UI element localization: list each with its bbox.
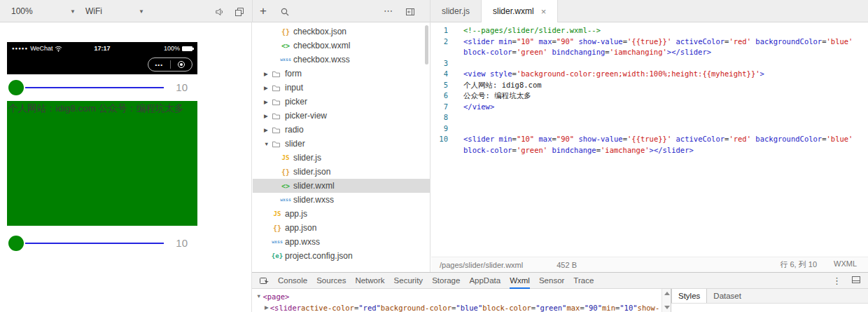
node-expand-icon[interactable]: ▶: [265, 302, 269, 312]
sidebar-tab-dataset[interactable]: Dataset: [707, 289, 748, 303]
code-token: 'blue': [827, 135, 853, 143]
folder-icon: [272, 70, 284, 78]
code-line[interactable]: 公众号: 编程坑太多: [455, 90, 868, 102]
cursor-position[interactable]: 行 6, 列 10: [780, 259, 817, 270]
file-label: input: [285, 83, 303, 93]
slider-track[interactable]: [25, 87, 164, 88]
tree-file-slider.wxml[interactable]: <>slider.wxml: [253, 179, 430, 193]
code-line[interactable]: [455, 112, 868, 123]
slider-track[interactable]: [25, 243, 164, 244]
tree-file-checkbox.json[interactable]: {}checkbox.json: [253, 25, 430, 39]
capsule-more-button[interactable]: •••: [148, 58, 170, 71]
scroll-down-icon[interactable]: [664, 306, 670, 309]
tree-folder-picker[interactable]: ▶picker: [253, 95, 430, 109]
dom-token: max: [566, 302, 580, 312]
detach-window-icon[interactable]: [234, 6, 245, 18]
editor-tab-slider.wxml[interactable]: slider.wxml×: [482, 0, 558, 22]
tree-file-slider.json[interactable]: {}slider.json: [253, 165, 430, 179]
folder-collapse-icon[interactable]: ▼: [264, 141, 272, 147]
folder-expand-icon[interactable]: ▶: [264, 127, 272, 133]
devtools-content: ▼<page>▶<slider active-color="red" backg…: [252, 289, 868, 312]
tree-folder-radio[interactable]: ▶radio: [253, 123, 430, 137]
language-mode[interactable]: WXML: [834, 259, 857, 270]
wxss-file-icon: wxss: [271, 239, 284, 245]
folder-expand-icon[interactable]: ▶: [264, 99, 272, 105]
more-options-button[interactable]: ⋯: [384, 0, 393, 22]
slider-thumb[interactable]: [8, 80, 24, 95]
dom-node[interactable]: ▼<page>: [252, 291, 662, 302]
tree-folder-picker-view[interactable]: ▶picker-view: [253, 109, 430, 123]
folder-expand-icon[interactable]: ▶: [264, 71, 272, 77]
capsule-home-button[interactable]: [171, 58, 192, 71]
devtools-tab-wxml[interactable]: Wxml: [510, 273, 530, 289]
tree-file-app.wxss[interactable]: wxssapp.wxss: [253, 235, 430, 249]
comment-token: <!--pages/slider/slider.wxml-->: [463, 26, 601, 34]
code-editor[interactable]: 1<!--pages/slider/slider.wxml-->2<slider…: [431, 22, 868, 257]
code-line-row: 3: [431, 58, 868, 69]
tab-close-icon[interactable]: ×: [541, 6, 547, 17]
code-line[interactable]: [455, 58, 868, 69]
search-icon[interactable]: [279, 6, 290, 18]
filetree-scrollbar[interactable]: [425, 25, 428, 65]
dom-token: "10": [620, 302, 637, 312]
code-line[interactable]: <slider min="10" max="90" show-value='{{…: [455, 36, 868, 58]
wechat-devtools-window: 100% ▼ WiFi ▼ + ⋯ slider.jsslide: [0, 0, 868, 312]
devtools-scrollbar[interactable]: [662, 289, 671, 312]
dom-token: <slider: [270, 302, 301, 312]
devtools-tab-storage[interactable]: Storage: [432, 273, 460, 289]
sidebar-tab-styles[interactable]: Styles: [671, 289, 707, 303]
tree-file-checkbox.wxss[interactable]: wxsscheckbox.wxss: [253, 53, 430, 67]
code-line[interactable]: <slider min="10" max="90" show-value='{{…: [455, 134, 868, 156]
tree-file-project.config.json[interactable]: {e}project.config.json: [253, 249, 430, 263]
code-line[interactable]: [455, 123, 868, 135]
zoom-dropdown[interactable]: 100% ▼: [11, 0, 76, 22]
devtools-tab-sources[interactable]: Sources: [316, 273, 346, 289]
code-line[interactable]: </view>: [455, 102, 868, 113]
editor-tab-slider.js[interactable]: slider.js: [430, 0, 482, 22]
devtools-tab-network[interactable]: Network: [355, 273, 384, 289]
tree-file-checkbox.wxml[interactable]: <>checkbox.wxml: [253, 39, 430, 53]
code-line[interactable]: <!--pages/slider/slider.wxml-->: [455, 25, 868, 36]
toolbar: 100% ▼ WiFi ▼ + ⋯ slider.jsslide: [0, 0, 868, 22]
inspect-element-icon[interactable]: [259, 276, 270, 285]
devtools-tab-trace[interactable]: Trace: [573, 273, 594, 289]
devtools-tab-sensor[interactable]: Sensor: [539, 273, 564, 289]
toolbar-left: 100% ▼ WiFi ▼: [0, 0, 252, 22]
code-line[interactable]: <view style='background-color:green;widt…: [455, 69, 868, 80]
tree-folder-form[interactable]: ▶form: [253, 67, 430, 81]
sound-icon[interactable]: [214, 6, 225, 18]
tree-folder-slider[interactable]: ▼slider: [253, 137, 430, 151]
devtools-tab-security[interactable]: Security: [394, 273, 424, 289]
devtools-tab-console[interactable]: Console: [278, 273, 307, 289]
code-line-row: 2<slider min="10" max="90" show-value='{…: [431, 36, 868, 58]
folder-expand-icon[interactable]: ▶: [264, 85, 272, 91]
code-line[interactable]: 个人网站: idig8.com: [455, 80, 868, 91]
code-token: 'red': [729, 135, 751, 143]
code-token: 'iamchanging': [610, 48, 667, 56]
network-dropdown[interactable]: WiFi ▼: [85, 0, 144, 22]
folder-expand-icon[interactable]: ▶: [264, 113, 272, 119]
scroll-up-icon[interactable]: [664, 292, 670, 295]
devtools-menu-icon[interactable]: ⋮: [832, 276, 841, 286]
file-label: app.json: [285, 223, 316, 233]
tree-file-slider.js[interactable]: JSslider.js: [253, 151, 430, 165]
new-file-button[interactable]: +: [260, 0, 267, 22]
tree-file-app.js[interactable]: JSapp.js: [253, 207, 430, 221]
code-token: [853, 135, 857, 143]
code-lines: 1<!--pages/slider/slider.wxml-->2<slider…: [431, 25, 868, 156]
dom-node[interactable]: ▶<slider active-color="red" background-c…: [252, 302, 662, 312]
tree-file-app.json[interactable]: {}app.json: [253, 221, 430, 235]
dom-token: "green": [536, 302, 566, 312]
file-label: slider.js: [293, 153, 321, 163]
slider-value: 10: [176, 237, 188, 249]
devtools-tab-appdata[interactable]: AppData: [469, 273, 500, 289]
code-line-row: 5个人网站: idig8.com: [431, 80, 868, 91]
tree-folder-input[interactable]: ▶input: [253, 81, 430, 95]
code-token: "10": [517, 135, 534, 143]
node-collapse-icon[interactable]: ▼: [256, 291, 261, 302]
tree-file-slider.wxss[interactable]: wxssslider.wxss: [253, 193, 430, 207]
wxml-file-icon: <>: [279, 182, 292, 190]
slider-thumb[interactable]: [8, 236, 24, 251]
dock-side-icon[interactable]: [851, 274, 861, 287]
collapse-panel-icon[interactable]: [405, 6, 416, 18]
